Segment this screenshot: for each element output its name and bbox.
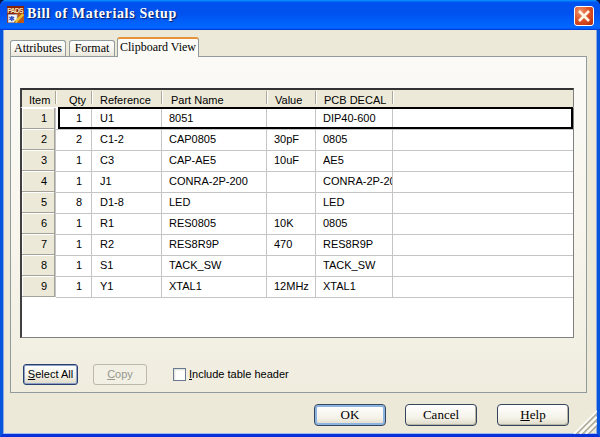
svg-text:PADS: PADS: [7, 7, 24, 14]
